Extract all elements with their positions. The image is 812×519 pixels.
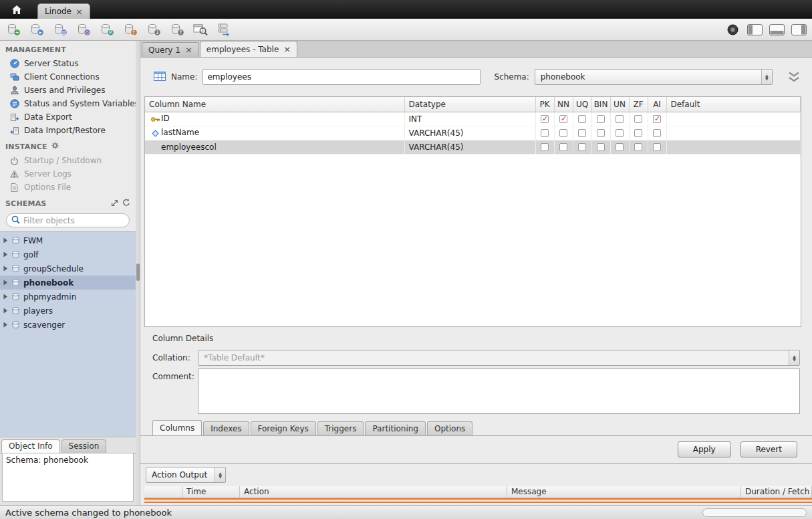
pk-checkbox[interactable] [541,129,549,137]
column-row-employeescol[interactable]: employeescolVARCHAR(45) [145,140,801,154]
uq-checkbox[interactable] [578,129,586,137]
collapse-editor-chevron-icon[interactable] [785,72,803,83]
info-tab-object-info[interactable]: Object Info [1,439,60,453]
expander-icon[interactable] [3,237,8,243]
tab-close-icon[interactable]: × [283,45,291,54]
create-procedure-icon[interactable]: P [99,22,115,37]
stepper-icon[interactable]: ▲▼ [761,70,772,84]
column-row-lastname[interactable]: lastNameVARCHAR(45) [145,126,801,140]
expander-icon[interactable] [3,294,8,300]
horizontal-scrollbar-thumb[interactable] [702,508,807,517]
refresh-schemas-icon[interactable] [122,199,130,209]
zf-checkbox[interactable] [634,129,642,137]
column-header-datatype[interactable]: Datatype [404,97,535,112]
table-name-input[interactable] [202,69,481,85]
editor-subtab-indexes[interactable]: Indexes [203,421,249,435]
sidebar-item-status-and-system-variables[interactable]: Status and System Variables [0,97,136,110]
ai-checkbox[interactable] [653,115,661,123]
toggle-left-panel-icon[interactable] [747,22,763,37]
sidebar-item-server-status[interactable]: Server Status [0,57,136,70]
connection-tab[interactable]: Linode × [37,3,90,19]
editor-subtab-partitioning[interactable]: Partitioning [365,421,426,435]
column-header-un[interactable]: UN [610,97,629,112]
schema-filter-input[interactable] [23,216,124,225]
expand-schemas-icon[interactable] [111,199,118,209]
ai-checkbox[interactable] [653,143,661,151]
schema-item-phpmyadmin[interactable]: phpmyadmin [0,290,136,304]
apply-button[interactable]: Apply [678,441,731,457]
editor-subtab-columns[interactable]: Columns [152,420,202,435]
uq-checkbox[interactable] [578,143,586,151]
expander-icon[interactable] [3,251,8,257]
editor-tab-query-1[interactable]: Query 1× [142,42,199,57]
connection-tab-close-icon[interactable]: × [76,7,83,16]
revert-button[interactable]: Revert [740,441,797,457]
schema-item-phonebook[interactable]: phonebook [0,276,136,290]
schema-item-fwm[interactable]: FWM [0,233,136,247]
bin-checkbox[interactable] [597,115,605,123]
sidebar-scrollbar-thumb[interactable] [136,264,140,281]
expander-icon[interactable] [3,308,8,314]
column-header-zf[interactable]: ZF [629,97,648,112]
column-header-uq[interactable]: UQ [573,97,591,112]
column-header-bin[interactable]: BIN [591,97,610,112]
create-function-icon[interactable]: ƒ [122,22,138,37]
zf-checkbox[interactable] [634,115,642,123]
output-selector[interactable]: Action Output ▲▼ [146,467,226,483]
toggle-bottom-panel-icon[interactable] [769,22,785,37]
create-view-icon[interactable]: ◇ [76,22,92,37]
column-header-nn[interactable]: NN [554,97,573,112]
column-header-pk[interactable]: PK [535,97,554,112]
column-header-default[interactable]: Default [666,97,801,112]
expander-icon[interactable] [3,322,8,328]
tab-close-icon[interactable]: × [185,45,192,54]
reconnect-server-icon[interactable] [216,22,232,37]
restore-database-icon[interactable]: ↑ [169,22,185,37]
sidebar-item-options-file[interactable]: Options File [0,181,136,194]
un-checkbox[interactable] [616,143,624,151]
expander-icon[interactable] [3,280,8,286]
expander-icon[interactable] [3,266,8,272]
nn-checkbox[interactable] [559,143,567,151]
schema-item-scavenger[interactable]: scavenger [0,318,136,332]
sidebar-item-startup-shutdown[interactable]: Startup / Shutdown [0,154,136,167]
column-row-id[interactable]: IDINT [145,112,801,126]
create-schema-icon[interactable]: + [5,22,21,37]
home-button[interactable] [4,3,29,19]
editor-tab-employees-table[interactable]: employees - Table× [200,41,297,57]
editor-subtab-triggers[interactable]: Triggers [317,421,364,435]
info-tab-session[interactable]: Session [61,439,107,453]
sidebar-scrollbar[interactable] [136,41,140,505]
column-header-ai[interactable]: AI [648,97,666,112]
schema-item-golf[interactable]: golf [0,247,136,262]
uq-checkbox[interactable] [578,115,586,123]
toggle-right-panel-icon[interactable] [791,22,807,37]
un-checkbox[interactable] [616,129,624,137]
schema-item-players[interactable]: players [0,304,136,318]
stepper-icon[interactable]: ▲▼ [215,468,225,482]
editor-subtab-foreign-keys[interactable]: Foreign Keys [251,421,316,435]
editor-subtab-options[interactable]: Options [427,421,472,435]
pk-checkbox[interactable] [541,115,549,123]
un-checkbox[interactable] [616,115,624,123]
search-table-data-icon[interactable] [192,22,209,37]
backup-database-icon[interactable]: ↓ [146,22,162,37]
sidebar-item-client-connections[interactable]: Client Connections [0,70,136,84]
sidebar-item-data-import-restore[interactable]: Data Import/Restore [0,124,136,137]
pk-checkbox[interactable] [541,143,549,151]
schema-item-groupschedule[interactable]: groupSchedule [0,262,136,276]
zf-checkbox[interactable] [634,143,642,151]
sidebar-item-data-export[interactable]: Data Export [0,110,136,124]
sidebar-item-users-and-privileges[interactable]: Users and Privileges [0,84,136,97]
sidebar-item-server-logs[interactable]: Server Logs [0,167,136,181]
comment-textarea[interactable] [198,369,800,414]
collation-select[interactable]: *Table Default* ▲▼ [198,350,800,366]
nn-checkbox[interactable] [559,115,567,123]
bin-checkbox[interactable] [597,129,605,137]
ai-checkbox[interactable] [653,129,661,137]
nn-checkbox[interactable] [559,129,567,137]
bin-checkbox[interactable] [597,143,605,151]
column-header-column-name[interactable]: Column Name [145,97,404,112]
schema-select[interactable]: phonebook ▲▼ [535,69,773,85]
open-sql-script-icon[interactable]: ▸ [29,22,45,37]
